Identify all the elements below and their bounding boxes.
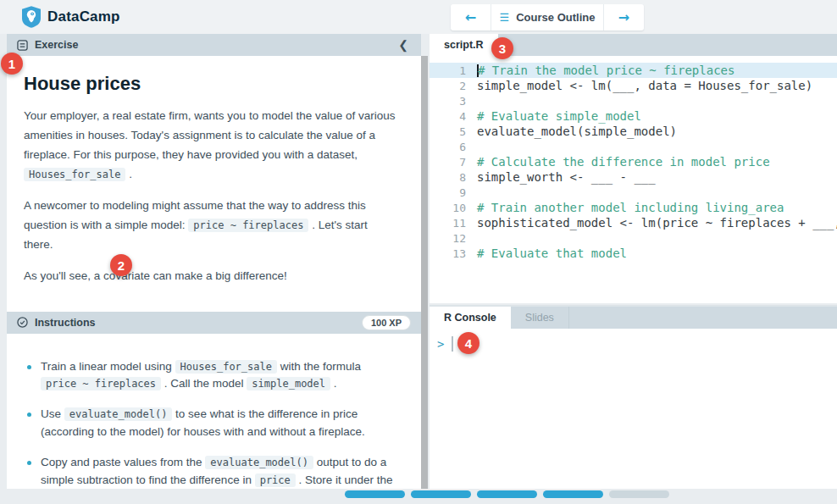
exercise-panel: Exercise ❮ House prices Your employer, a… <box>7 34 421 489</box>
inline-code: evaluate_model() <box>205 456 313 469</box>
code-line[interactable]: 11sophisticated_model <- lm(price ~ fire… <box>430 215 837 230</box>
annotation-badge-4: 4 <box>457 332 479 354</box>
code-text: sophisticated_model <- lm(price ~ firepl… <box>477 216 837 230</box>
exercise-paragraph: As you'll see, a covariate can make a bi… <box>24 267 399 286</box>
inline-code: simple_model <box>247 377 330 390</box>
datacamp-campus-app: DataCamp ← ☰ Course Outline → Exercise ❮ <box>0 0 837 504</box>
line-number: 3 <box>430 95 477 108</box>
code-line[interactable]: 4# Evaluate simple_model <box>430 108 837 124</box>
exercise-icon <box>17 40 28 51</box>
exercise-header-label: Exercise <box>35 39 78 51</box>
progress-segment <box>411 490 471 498</box>
progress-bar <box>345 490 669 498</box>
code-text: # Calculate the difference in model pric… <box>477 155 770 169</box>
line-number: 8 <box>430 171 477 184</box>
inline-code: price <box>255 474 296 487</box>
code-text: # Train another model including living_a… <box>477 201 784 214</box>
left-panel-scrollbar[interactable] <box>421 56 428 489</box>
progress-segment <box>477 490 537 498</box>
console-pane: R Console Slides > <box>430 305 837 490</box>
code-line[interactable]: 8simple_worth <- ___ - ___ <box>430 169 837 185</box>
progress-segment <box>345 490 405 498</box>
console-input-area[interactable]: > <box>430 329 837 352</box>
inline-code: Houses_for_sale <box>24 168 125 181</box>
next-exercise-button[interactable]: → <box>604 4 644 30</box>
exercise-body: House prices Your employer, a real estat… <box>7 73 421 312</box>
inline-code: price ~ fireplaces <box>188 219 308 232</box>
code-line[interactable]: 7# Calculate the difference in model pri… <box>430 154 837 169</box>
instruction-item: Use evaluate_model() to see what is the … <box>25 406 401 441</box>
code-text: # Train the model price ~ fireplaces <box>477 64 734 78</box>
progress-segment <box>543 490 603 498</box>
editor-cursor <box>477 64 479 77</box>
annotation-badge-2: 2 <box>110 254 132 276</box>
line-number: 4 <box>430 110 477 123</box>
exercise-paragraphs: Your employer, a real estate firm, wants… <box>24 107 399 286</box>
course-outline-button[interactable]: ☰ Course Outline <box>491 4 604 30</box>
r-console-tab-label: R Console <box>444 312 496 324</box>
line-number: 6 <box>430 141 477 153</box>
annotation-badge-1: 1 <box>1 53 23 75</box>
instructions-header: Instructions 100 XP <box>7 312 421 334</box>
code-text: # Evaluate that model <box>477 246 627 260</box>
console-tabbar: R Console Slides <box>430 307 837 329</box>
exercise-paragraph: Your employer, a real estate firm, wants… <box>24 107 399 185</box>
datacamp-brand[interactable]: DataCamp <box>22 6 120 28</box>
instruction-item: Copy and paste values from the evaluate_… <box>25 454 401 489</box>
line-number: 1 <box>430 64 477 77</box>
code-text: evaluate_model(simple_model) <box>477 125 677 138</box>
code-line[interactable]: 13# Evaluate that model <box>430 246 837 261</box>
code-line[interactable]: 3 <box>430 93 837 108</box>
slides-tab-label: Slides <box>525 312 554 324</box>
tab-r-console[interactable]: R Console <box>430 307 511 329</box>
tab-slides[interactable]: Slides <box>511 307 569 329</box>
exercise-title: House prices <box>24 73 399 95</box>
inline-code: Houses_for_sale <box>175 360 277 374</box>
tab-script-r[interactable]: script.R <box>430 34 498 56</box>
code-line[interactable]: 6 <box>430 139 837 154</box>
instructions-header-label: Instructions <box>35 317 96 329</box>
collapse-panel-chevron-icon[interactable]: ❮ <box>396 38 411 52</box>
exercise-progress-strip <box>0 489 837 504</box>
annotation-badge-3: 3 <box>491 37 513 59</box>
script-editor-pane: script.R 1# Train the model price ~ fire… <box>430 34 837 303</box>
script-tab-label: script.R <box>444 39 484 51</box>
datacamp-logo-icon <box>22 6 41 28</box>
line-number: 5 <box>430 125 477 138</box>
code-line[interactable]: 2simple_model <- lm(___, data = Houses_f… <box>430 78 837 93</box>
instruction-item: Train a linear model using Houses_for_sa… <box>25 358 401 394</box>
line-number: 10 <box>430 202 477 214</box>
brand-name: DataCamp <box>47 8 120 25</box>
xp-badge: 100 XP <box>362 315 411 330</box>
code-text: simple_worth <- ___ - ___ <box>477 170 656 184</box>
code-area[interactable]: 1# Train the model price ~ fireplaces2si… <box>430 56 837 261</box>
previous-exercise-button[interactable]: ← <box>451 4 491 30</box>
console-cursor <box>452 336 453 352</box>
code-text: # Evaluate simple_model <box>477 109 641 123</box>
console-prompt: > <box>437 337 444 351</box>
editor-tabbar: script.R <box>430 34 837 56</box>
code-line[interactable]: 5evaluate_model(simple_model) <box>430 124 837 139</box>
code-text: simple_model <- lm(___, data = Houses_fo… <box>477 79 812 92</box>
course-outline-label: Course Outline <box>516 11 595 24</box>
topbar: DataCamp ← ☰ Course Outline → <box>0 0 837 34</box>
line-number: 13 <box>430 247 477 260</box>
inline-code: price ~ fireplaces <box>41 377 161 390</box>
inline-code: evaluate_model() <box>64 407 173 421</box>
line-number: 7 <box>430 156 477 169</box>
exercise-header: Exercise ❮ <box>7 34 421 56</box>
check-circle-icon <box>17 317 28 328</box>
line-number: 2 <box>430 80 477 92</box>
line-number: 9 <box>430 186 477 199</box>
progress-segment <box>609 490 669 498</box>
code-line[interactable]: 12 <box>430 230 837 246</box>
line-number: 12 <box>430 232 477 245</box>
instructions-list: Train a linear model using Houses_for_sa… <box>7 339 421 490</box>
code-line[interactable]: 1# Train the model price ~ fireplaces <box>430 63 837 78</box>
exercise-paragraph: A newcomer to modeling might assume that… <box>24 197 399 255</box>
hamburger-icon: ☰ <box>500 12 510 23</box>
code-line[interactable]: 10# Train another model including living… <box>430 200 837 215</box>
code-line[interactable]: 9 <box>430 185 837 200</box>
course-outline-nav: ← ☰ Course Outline → <box>451 4 644 30</box>
line-number: 11 <box>430 217 477 230</box>
